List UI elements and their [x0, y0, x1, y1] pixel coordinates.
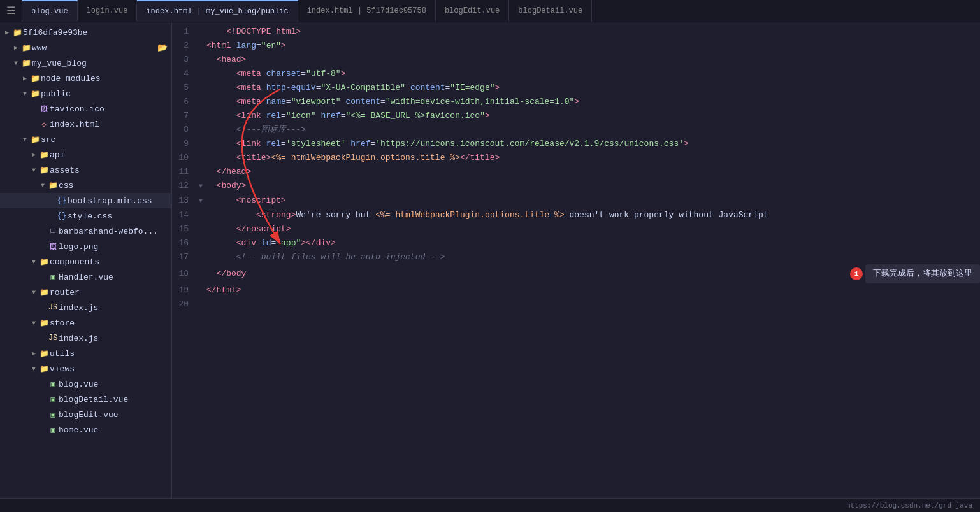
sidebar-item-label: barbarahand-webfo... — [59, 227, 171, 236]
sidebar-item-label: bootstrap.min.css — [68, 196, 171, 206]
sidebar-item-label: utils — [50, 349, 171, 359]
line-number: 7 — [172, 109, 199, 123]
tab-label-index-html-5f17: index.html | 5f17d1ec05758 — [307, 6, 426, 15]
sidebar-item-store-index-js[interactable]: JS index.js — [0, 331, 171, 346]
fold-arrow: ▼ — [199, 194, 206, 208]
line-number: 5 — [172, 81, 199, 95]
image-icon: 🖼 — [38, 104, 50, 114]
sidebar-item-utils[interactable]: ▶ 📁 utils — [0, 346, 171, 361]
sidebar-item-handler-vue[interactable]: ▣ Handler.vue — [0, 269, 171, 285]
code-line-4: 4 <meta charset="utf-8"> — [172, 67, 980, 81]
line-content: </noscript> — [206, 222, 980, 236]
code-line-11: 11 </head> — [172, 165, 980, 179]
tooltip-container: 1 下载完成后，将其放到这里 — [850, 264, 980, 283]
vue-icon: ▣ — [47, 380, 59, 389]
tab-index-html-5f17[interactable]: index.html | 5f17d1ec05758 — [298, 0, 436, 22]
arrow-icon: ▶ — [3, 29, 11, 36]
line-content: </html> — [206, 283, 980, 297]
line-number: 8 — [172, 123, 199, 137]
line-content: <body> — [206, 179, 980, 193]
editor: 1 <!DOCTYPE html> 2 <html lang="en"> 3 <… — [172, 22, 980, 498]
sidebar-item-index-html[interactable]: ◇ index.html — [0, 117, 171, 132]
arrow-icon: ▼ — [11, 60, 20, 67]
line-number: 17 — [172, 250, 199, 264]
folder-icon: 📁 — [38, 150, 50, 160]
code-line-19: 19 </html> — [172, 283, 980, 297]
sidebar-item-blogdetail-vue[interactable]: ▣ blogDetail.vue — [0, 392, 171, 407]
code-line-17: 17 <!-- built files will be auto injecte… — [172, 250, 980, 264]
sidebar-item-views[interactable]: ▼ 📁 views — [0, 361, 171, 376]
file-icon: □ — [47, 227, 59, 236]
code-line-10: 10 <title><%= htmlWebpackPlugin.options.… — [172, 151, 980, 165]
tab-label-blog-vue: blog.vue — [31, 7, 68, 16]
sidebar-item-label: my_vue_blog — [32, 59, 171, 68]
line-content: <!---图标库---> — [206, 123, 980, 137]
folder-icon: 📁 — [20, 59, 32, 68]
sidebar-item-my-vue-blog[interactable]: ▼ 📁 my_vue_blog — [0, 55, 171, 71]
tab-label-index-html-public: index.html | my_vue_blog/public — [146, 7, 288, 16]
vue-icon: ▣ — [47, 273, 59, 282]
sidebar-item-src[interactable]: ▼ 📁 src — [0, 132, 171, 147]
sidebar-item-label: api — [50, 150, 171, 160]
tab-login-vue[interactable]: login.vue — [78, 0, 138, 22]
code-line-12: 12 ▼ <body> — [172, 179, 980, 194]
fold-arrow: ▼ — [199, 180, 206, 194]
arrow-icon: ▶ — [20, 75, 29, 82]
sidebar-item-www[interactable]: ▶ 📁 www 📂 — [0, 40, 171, 55]
tab-blogDetail-vue[interactable]: blogDetail.vue — [509, 0, 592, 22]
sidebar-item-public[interactable]: ▼ 📁 public — [0, 86, 171, 101]
sidebar-item-label: index.js — [59, 334, 171, 343]
sidebar-item-assets[interactable]: ▼ 📁 assets — [0, 162, 171, 178]
sidebar-item-api[interactable]: ▶ 📁 api — [0, 147, 171, 162]
folder-icon: 📁 — [38, 166, 50, 175]
html-icon: ◇ — [38, 120, 50, 129]
js-icon: JS — [47, 334, 59, 343]
line-number: 9 — [172, 137, 199, 151]
arrow-icon: ▶ — [29, 350, 38, 357]
tab-label-blogEdit-vue: blogEdit.vue — [445, 6, 500, 15]
line-number: 12 — [172, 179, 199, 193]
tab-index-html-public[interactable]: index.html | my_vue_blog/public — [137, 0, 298, 22]
sidebar-item-router[interactable]: ▼ 📁 router — [0, 285, 171, 300]
sidebar-item-label: 5f16dfa9e93be — [23, 28, 171, 38]
sidebar-item-label: store — [50, 318, 171, 328]
folder-icon: 📁 — [29, 135, 41, 145]
code-line-2: 2 <html lang="en"> — [172, 39, 980, 53]
line-number: 1 — [172, 25, 199, 39]
sidebar-item-css[interactable]: ▼ 📁 css — [0, 178, 171, 193]
sidebar-item-barbarahand[interactable]: □ barbarahand-webfo... — [0, 224, 171, 239]
sidebar-item-style-css[interactable]: {} style.css — [0, 208, 171, 224]
folder-icon: 📁 — [11, 28, 23, 38]
code-line-1: 1 <!DOCTYPE html> — [172, 25, 980, 39]
menu-icon[interactable]: ☰ — [0, 0, 22, 22]
code-area[interactable]: 1 <!DOCTYPE html> 2 <html lang="en"> 3 <… — [172, 22, 980, 498]
js-icon: JS — [47, 303, 59, 312]
sidebar-item-favicon-ico[interactable]: 🖼 favicon.ico — [0, 101, 171, 117]
line-content: </head> — [206, 165, 980, 179]
sidebar-item-label: favicon.ico — [50, 104, 171, 114]
code-line-5: 5 <meta http-equiv="X-UA-Compatible" con… — [172, 81, 980, 95]
sidebar-item-logo-png[interactable]: 🖼 logo.png — [0, 239, 171, 254]
arrow-icon: ▼ — [20, 90, 29, 97]
sidebar-item-bootstrap-css[interactable]: {} bootstrap.min.css — [0, 193, 171, 208]
sidebar-item-node-modules[interactable]: ▶ 📁 node_modules — [0, 71, 171, 86]
sidebar-item-blogedit-vue[interactable]: ▣ blogEdit.vue — [0, 407, 171, 422]
tab-blogEdit-vue[interactable]: blogEdit.vue — [436, 0, 509, 22]
folder-icon: 📁 — [38, 364, 50, 374]
line-content: <strong>We're sorry but <%= htmlWebpackP… — [206, 208, 980, 222]
sidebar-item-home-vue[interactable]: ▣ home.vue — [0, 422, 171, 437]
code-line-16: 16 <div id="app"></div> — [172, 236, 980, 250]
line-content: <meta name="viewport" content="width=dev… — [206, 95, 980, 109]
vue-icon: ▣ — [47, 410, 59, 420]
sidebar-item-components[interactable]: ▼ 📁 components — [0, 254, 171, 269]
code-line-13: 13 ▼ <noscript> — [172, 194, 980, 208]
status-url: https://blog.csdn.net/grd_java — [846, 502, 972, 509]
tab-blog-vue[interactable]: blog.vue — [22, 0, 78, 22]
main-layout: ▶ 📁 5f16dfa9e93be ▶ 📁 www 📂 ▼ 📁 my_vue_b… — [0, 22, 980, 498]
sidebar-item-router-index-js[interactable]: JS index.js — [0, 300, 171, 315]
line-number: 18 — [172, 267, 199, 281]
sidebar-item-5f16dfa9e93be[interactable]: ▶ 📁 5f16dfa9e93be — [0, 25, 171, 40]
sidebar-item-blog-vue-views[interactable]: ▣ blog.vue — [0, 376, 171, 392]
sidebar-item-store[interactable]: ▼ 📁 store — [0, 315, 171, 331]
tooltip-text: 下载完成后，将其放到这里 — [865, 264, 980, 283]
